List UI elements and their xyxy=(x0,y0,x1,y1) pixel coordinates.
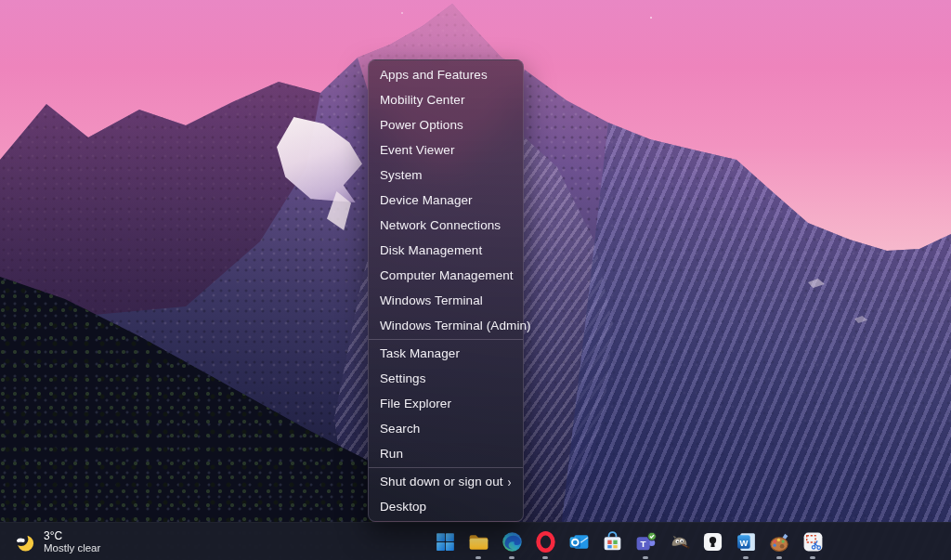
star xyxy=(650,17,652,19)
teams-icon: T xyxy=(634,530,658,553)
menu-item-label: Network Connections xyxy=(380,213,501,238)
menu-item-run[interactable]: Run xyxy=(371,441,521,466)
taskbar-button-opera[interactable] xyxy=(528,523,562,560)
taskbar-icon-group: T xyxy=(428,523,829,560)
taskbar-button-1password[interactable] xyxy=(696,523,729,560)
svg-text:T: T xyxy=(640,539,645,549)
start-icon xyxy=(434,530,457,553)
menu-item-windows-terminal[interactable]: Windows Terminal xyxy=(371,288,521,313)
taskbar-button-paint[interactable] xyxy=(762,523,796,560)
menu-item-file-explorer[interactable]: File Explorer xyxy=(371,391,521,416)
menu-item-system[interactable]: System xyxy=(371,163,521,188)
menu-item-apps-and-features[interactable]: Apps and Features xyxy=(371,62,521,87)
winx-power-user-menu: Apps and Features Mobility Center Power … xyxy=(368,59,524,522)
submenu-chevron-icon: › xyxy=(507,469,511,494)
taskbar-button-file-explorer[interactable] xyxy=(462,523,495,560)
taskbar-button-outlook[interactable] xyxy=(562,523,595,560)
star xyxy=(401,12,403,14)
menu-item-search[interactable]: Search xyxy=(371,416,521,441)
outlook-icon xyxy=(567,530,591,553)
weather-condition: Mostly clear xyxy=(44,542,100,554)
menu-item-device-manager[interactable]: Device Manager xyxy=(371,188,521,213)
menu-item-label: Desktop xyxy=(380,494,426,519)
taskbar-button-start[interactable] xyxy=(428,523,462,560)
paint-icon xyxy=(768,530,791,553)
menu-item-label: Search xyxy=(380,416,420,441)
microsoft-store-icon xyxy=(601,530,624,553)
weather-temperature: 3°C xyxy=(44,529,100,542)
moon-cloud-icon xyxy=(13,531,35,553)
menu-item-label: Run xyxy=(380,441,403,466)
menu-separator xyxy=(369,339,523,340)
menu-item-settings[interactable]: Settings xyxy=(371,366,521,391)
menu-item-windows-terminal-admin[interactable]: Windows Terminal (Admin) xyxy=(371,313,521,338)
menu-item-task-manager[interactable]: Task Manager xyxy=(371,341,521,366)
menu-item-label: Event Viewer xyxy=(380,137,455,163)
1password-icon xyxy=(701,530,724,553)
menu-item-computer-management[interactable]: Computer Management xyxy=(371,263,521,288)
opera-icon xyxy=(534,530,557,553)
desktop: Apps and Features Mobility Center Power … xyxy=(0,0,951,560)
taskbar-button-teams[interactable]: T xyxy=(629,523,662,560)
menu-item-label: System xyxy=(380,163,423,188)
menu-item-network-connections[interactable]: Network Connections xyxy=(371,213,521,238)
edge-icon xyxy=(501,530,524,553)
menu-item-label: Windows Terminal xyxy=(380,288,483,313)
menu-item-label: Apps and Features xyxy=(380,62,488,87)
menu-item-label: Disk Management xyxy=(380,238,482,263)
menu-item-label: Settings xyxy=(380,366,426,391)
taskbar-button-gimp[interactable] xyxy=(662,523,696,560)
menu-item-shut-down-or-sign-out[interactable]: Shut down or sign out › xyxy=(371,469,521,494)
menu-item-desktop[interactable]: Desktop xyxy=(371,494,521,519)
taskbar-button-word[interactable]: W xyxy=(729,523,762,560)
menu-item-label: Task Manager xyxy=(380,341,460,366)
menu-item-label: Mobility Center xyxy=(380,87,465,112)
gimp-icon xyxy=(668,530,691,553)
menu-item-label: Shut down or sign out xyxy=(380,469,503,494)
menu-item-label: Power Options xyxy=(380,112,463,137)
taskbar: 3°C Mostly clear xyxy=(0,522,951,560)
taskbar-button-edge[interactable] xyxy=(495,523,528,560)
menu-item-event-viewer[interactable]: Event Viewer xyxy=(371,137,521,163)
menu-separator xyxy=(369,467,523,468)
weather-widget[interactable]: 3°C Mostly clear xyxy=(4,523,110,560)
word-icon: W xyxy=(735,530,758,553)
snipping-tool-icon xyxy=(801,530,825,553)
file-explorer-icon xyxy=(467,530,490,553)
menu-item-label: File Explorer xyxy=(380,391,451,416)
menu-item-label: Windows Terminal (Admin) xyxy=(380,313,531,338)
taskbar-button-microsoft-store[interactable] xyxy=(595,523,629,560)
menu-item-disk-management[interactable]: Disk Management xyxy=(371,238,521,263)
menu-item-power-options[interactable]: Power Options xyxy=(371,112,521,137)
taskbar-button-snipping-tool[interactable] xyxy=(796,523,829,560)
menu-item-label: Computer Management xyxy=(380,263,514,288)
menu-item-mobility-center[interactable]: Mobility Center xyxy=(371,87,521,112)
menu-item-label: Device Manager xyxy=(380,188,473,213)
svg-text:W: W xyxy=(739,539,748,548)
